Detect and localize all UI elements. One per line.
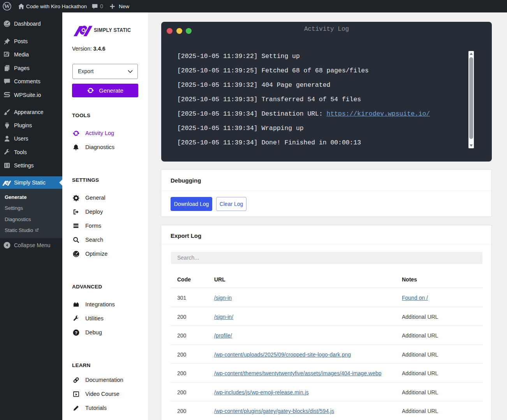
svg-text:W: W <box>4 3 10 9</box>
svg-text:?: ? <box>75 330 77 335</box>
